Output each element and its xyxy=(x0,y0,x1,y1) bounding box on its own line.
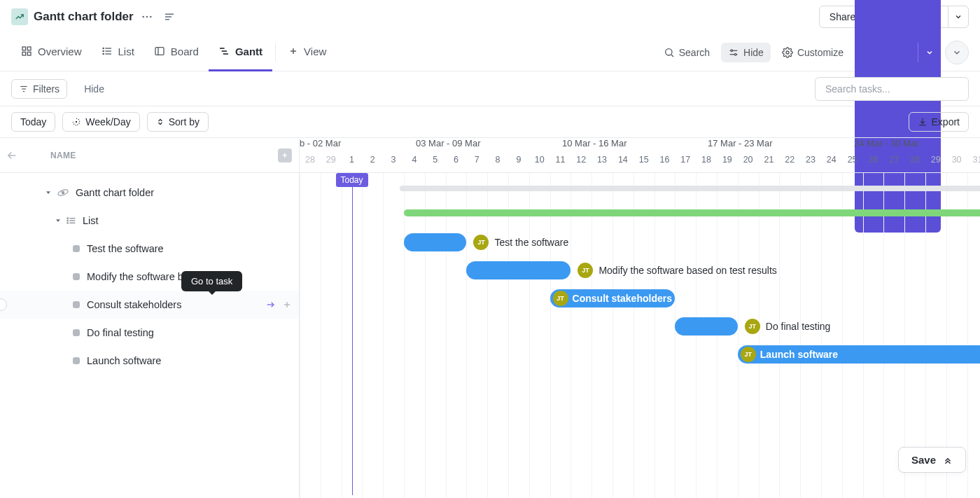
hide-link[interactable]: Hide xyxy=(84,83,104,95)
row-handle[interactable] xyxy=(0,298,7,311)
save-button[interactable]: Save xyxy=(898,447,966,473)
caret-down-icon[interactable] xyxy=(55,217,62,224)
day-cell[interactable]: 30 xyxy=(946,155,967,172)
day-cell[interactable]: 7 xyxy=(466,155,487,172)
page-title[interactable]: Gantt chart folder xyxy=(34,10,134,24)
chevron-up-double-icon xyxy=(943,455,953,465)
sort-button[interactable]: Sort by xyxy=(147,112,209,132)
day-cell[interactable]: 26 xyxy=(863,155,884,172)
horizontal-scrollbar[interactable] xyxy=(400,186,980,191)
tab-gantt[interactable]: Gantt xyxy=(209,34,272,71)
description-icon[interactable] xyxy=(163,11,176,23)
status-dot[interactable] xyxy=(73,301,80,308)
divider xyxy=(275,43,276,62)
today-button[interactable]: Today xyxy=(11,112,55,132)
tree-task-row[interactable]: Modify the software based on test result… xyxy=(0,263,299,291)
day-cell[interactable]: 31 xyxy=(967,155,981,172)
svg-point-15 xyxy=(103,53,104,54)
add-column-button[interactable]: + xyxy=(278,148,292,162)
day-cell[interactable]: 16 xyxy=(654,155,676,172)
day-cell[interactable]: 24 xyxy=(821,155,842,172)
status-dot[interactable] xyxy=(73,245,80,252)
day-cell[interactable]: 25 xyxy=(842,155,863,172)
chevron-down-icon xyxy=(952,48,962,57)
tree-list-row[interactable]: List xyxy=(0,207,299,235)
go-to-task-icon[interactable] xyxy=(265,299,276,310)
day-cell[interactable]: 6 xyxy=(446,155,467,172)
tab-overview[interactable]: Overview xyxy=(11,34,92,71)
tree-header: NAME + xyxy=(0,138,299,173)
day-cell[interactable]: 14 xyxy=(612,155,634,172)
sort-icon xyxy=(156,118,164,126)
task-tree-panel: NAME + Gantt chart folder List Test the … xyxy=(0,138,300,498)
status-dot[interactable] xyxy=(73,357,80,364)
day-cell[interactable]: 28 xyxy=(904,155,925,172)
svg-point-33 xyxy=(76,121,77,122)
label: Week/Day xyxy=(85,116,130,127)
day-cell[interactable]: 13 xyxy=(592,155,612,172)
day-cell[interactable]: 19 xyxy=(717,155,738,172)
add-subtask-icon[interactable] xyxy=(282,300,292,310)
add-task-chevron[interactable] xyxy=(918,43,941,62)
label: Search xyxy=(679,47,710,58)
day-cell[interactable]: 27 xyxy=(883,155,904,172)
day-cell[interactable]: 20 xyxy=(738,155,759,172)
tab-board[interactable]: Board xyxy=(144,34,209,71)
day-cell[interactable]: 29 xyxy=(321,155,342,172)
task-name: Test the software xyxy=(87,243,164,254)
view-tabs-bar: Overview List Board Gantt View Search Hi… xyxy=(0,34,980,71)
gantt-task-bar[interactable] xyxy=(404,233,466,251)
day-cell[interactable]: 9 xyxy=(508,155,529,172)
gantt-body[interactable]: TodayJTTest the softwareJTModify the sof… xyxy=(300,173,980,495)
folder-more-icon[interactable] xyxy=(141,11,153,23)
filters-button[interactable]: Filters xyxy=(11,79,67,99)
day-cell[interactable]: 10 xyxy=(529,155,550,172)
collapse-arrow-icon[interactable] xyxy=(6,149,18,162)
assignee-avatar[interactable]: JT xyxy=(745,319,760,334)
gantt-task-bar[interactable] xyxy=(675,317,737,336)
day-cell[interactable]: 1 xyxy=(342,155,363,172)
more-options-button[interactable] xyxy=(945,41,969,64)
tree-task-row[interactable]: Launch software xyxy=(0,347,299,375)
add-view-button[interactable]: View xyxy=(279,34,336,71)
day-cell[interactable]: 4 xyxy=(404,155,425,172)
caret-down-icon[interactable] xyxy=(45,189,52,196)
tab-list[interactable]: List xyxy=(92,34,144,71)
search-button[interactable]: Search xyxy=(657,43,717,62)
day-cell[interactable]: 17 xyxy=(675,155,696,172)
day-cell[interactable]: 28 xyxy=(300,155,321,172)
day-cell[interactable]: 5 xyxy=(425,155,446,172)
tree-task-row[interactable]: Test the software xyxy=(0,235,299,263)
assignee-avatar[interactable]: JT xyxy=(578,263,593,278)
day-cell[interactable]: 23 xyxy=(800,155,821,172)
day-cell[interactable]: 18 xyxy=(696,155,717,172)
day-cell[interactable]: 11 xyxy=(550,155,571,172)
assignee-avatar[interactable]: JT xyxy=(473,235,489,250)
gantt-task-bar[interactable] xyxy=(466,261,570,279)
day-cell[interactable]: 15 xyxy=(634,155,654,172)
column-header: NAME xyxy=(50,151,76,160)
gantt-task-bar[interactable]: JTConsult stakeholders xyxy=(550,289,676,307)
day-cell[interactable]: 12 xyxy=(570,155,592,172)
svg-point-0 xyxy=(142,16,144,18)
day-cell[interactable]: 22 xyxy=(779,155,800,172)
day-cell[interactable]: 29 xyxy=(925,155,946,172)
status-dot[interactable] xyxy=(73,329,80,336)
day-cell[interactable]: 21 xyxy=(759,155,780,172)
summary-bar[interactable] xyxy=(404,209,980,216)
assignee-avatar[interactable]: JT xyxy=(553,291,568,306)
day-cell[interactable]: 3 xyxy=(383,155,404,172)
day-cell[interactable]: 8 xyxy=(487,155,508,172)
day-cell[interactable]: 2 xyxy=(362,155,383,172)
status-dot[interactable] xyxy=(73,273,80,280)
gantt-chart[interactable]: b - 02 Mar03 Mar - 09 Mar10 Mar - 16 Mar… xyxy=(300,138,980,498)
assignee-avatar[interactable]: JT xyxy=(741,347,756,362)
hide-columns-button[interactable]: Hide xyxy=(721,43,771,62)
tree-task-row[interactable]: Consult stakeholders xyxy=(0,291,299,319)
tree-task-row[interactable]: Do final testing xyxy=(0,319,299,347)
gantt-task-bar[interactable]: JTLaunch software xyxy=(738,345,980,364)
customize-button[interactable]: Customize xyxy=(775,43,850,62)
tree-folder-row[interactable]: Gantt chart folder xyxy=(0,179,299,207)
task-bar-label-outside: JTTest the software xyxy=(473,235,568,250)
zoom-button[interactable]: Week/Day xyxy=(62,112,139,132)
